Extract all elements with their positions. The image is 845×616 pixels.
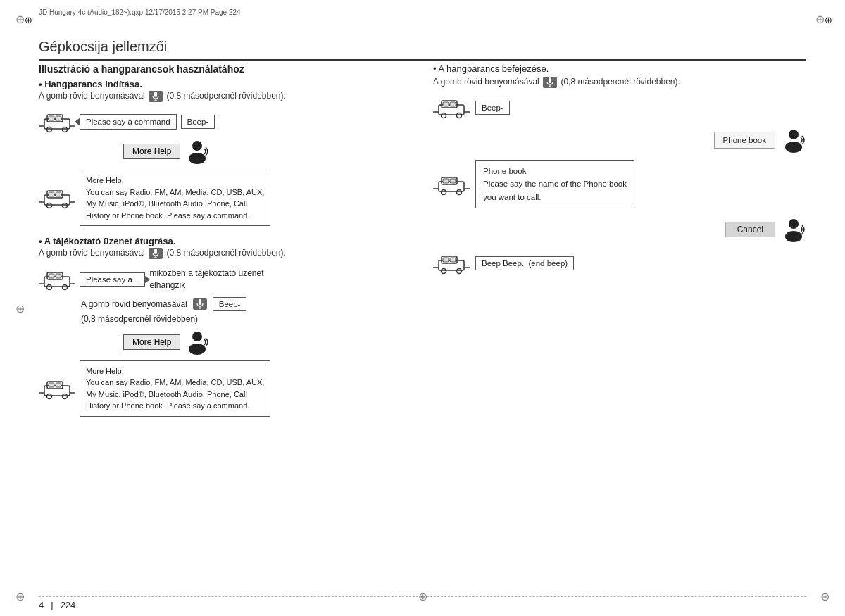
svg-point-51 xyxy=(457,113,462,118)
svg-rect-0 xyxy=(154,92,157,97)
more-help-row-2: More Help xyxy=(123,329,412,355)
phonebook-line1: Phone book xyxy=(483,165,627,177)
svg-rect-30 xyxy=(49,274,54,278)
svg-rect-45 xyxy=(549,77,551,83)
phone-book-label-bubble: Phone book xyxy=(714,132,775,149)
section2-sub: A gomb rövid benyomásával (0,8 másodperc… xyxy=(39,248,412,259)
svg-point-71 xyxy=(457,269,462,274)
press-row: A gomb rövid benyomásával Beep- xyxy=(81,297,412,311)
footer-divider: | xyxy=(51,600,53,610)
cancel-button-display: Cancel xyxy=(725,222,775,237)
svg-rect-9 xyxy=(49,116,54,120)
person-icon-r2 xyxy=(781,217,806,242)
person-icon-r1 xyxy=(781,127,806,153)
svg-rect-74 xyxy=(443,258,449,262)
left-column: Illusztráció a hangparancsok használatáh… xyxy=(39,63,412,584)
svg-point-35 xyxy=(192,332,202,341)
crosshair-bottom-center: ⊕ xyxy=(418,590,427,603)
svg-rect-32 xyxy=(199,299,201,305)
phonebook-label-row: Phone book xyxy=(433,127,806,153)
svg-point-61 xyxy=(457,189,462,194)
page-title-bar: Gépkocsija jellemzői xyxy=(39,39,806,61)
car-icon-2 xyxy=(39,187,75,209)
svg-point-36 xyxy=(189,344,206,355)
svg-point-5 xyxy=(47,127,52,132)
car-icon-r1 xyxy=(433,96,470,119)
svg-point-57 xyxy=(785,142,802,153)
section2-row1: Please say a... miközben a tájékoztató ü… xyxy=(39,268,412,291)
phonebook-line3: you want to call. xyxy=(483,191,627,203)
right-column: • A hangparancs befejezése. A gomb rövid… xyxy=(433,63,806,584)
person-icon-1 xyxy=(184,139,210,164)
svg-point-40 xyxy=(63,394,68,398)
svg-rect-10 xyxy=(56,116,61,120)
svg-point-26 xyxy=(47,284,52,289)
svg-rect-44 xyxy=(56,383,61,387)
phonebook-line2: Please say the name of the Phone book xyxy=(483,177,627,190)
more-help-button-2[interactable]: More Help xyxy=(123,334,180,350)
footer-page2: 224 xyxy=(61,600,76,610)
svg-rect-31 xyxy=(56,274,61,278)
svg-rect-20 xyxy=(56,192,61,196)
help-textbox-1: More Help. You can say Radio, FM, AM, Me… xyxy=(80,170,270,226)
mic-icon-3 xyxy=(193,298,207,310)
section1-help-row: More Help. You can say Radio, FM, AM, Me… xyxy=(39,170,412,226)
please-say-bubble-2: Please say a... xyxy=(80,272,145,287)
mic-icon-right xyxy=(543,77,557,88)
side-text-2: miközben a tájékoztató üzenetelhangzik xyxy=(149,268,263,291)
svg-point-27 xyxy=(63,284,68,289)
svg-point-56 xyxy=(789,130,799,139)
svg-rect-21 xyxy=(154,249,157,254)
footer-page1: 4 xyxy=(39,600,44,610)
please-say-bubble-1: Please say a command xyxy=(80,114,177,130)
car-icon-r3 xyxy=(433,252,470,275)
cancel-row: Cancel xyxy=(433,217,806,242)
right-row2: Phone book Please say the name of the Ph… xyxy=(433,160,806,208)
press-text: A gomb rövid benyomásával xyxy=(81,299,187,309)
svg-rect-54 xyxy=(443,102,449,106)
svg-rect-75 xyxy=(450,258,456,262)
crosshair-top-left: ⊕ xyxy=(15,13,30,27)
help-textbox-2: More Help. You can say Radio, FM, AM, Me… xyxy=(80,360,270,417)
svg-point-6 xyxy=(63,127,68,132)
car-icon-4 xyxy=(39,377,75,400)
crosshair-bottom-left: ⊕ xyxy=(15,590,25,603)
svg-point-67 xyxy=(785,231,802,242)
section1-sub: A gomb rövid benyomásával (0,8 másodperc… xyxy=(39,91,412,102)
phonebook-info-box: Phone book Please say the name of the Ph… xyxy=(475,160,634,208)
beep-bubble-r1: Beep- xyxy=(475,101,510,115)
svg-rect-19 xyxy=(49,192,54,196)
svg-point-50 xyxy=(442,113,446,118)
section2-help-row: More Help. You can say Radio, FM, AM, Me… xyxy=(39,360,412,417)
right-bullet: • A hangparancs befejezése. xyxy=(433,63,806,74)
svg-rect-43 xyxy=(49,383,54,387)
section2: • A tájékoztató üzenet átugrása. A gomb … xyxy=(39,236,412,417)
more-help-button-1[interactable]: More Help xyxy=(123,144,180,159)
svg-point-60 xyxy=(442,189,446,194)
svg-rect-55 xyxy=(450,102,456,106)
section2-bullet: • A tájékoztató üzenet átugrása. xyxy=(39,236,412,246)
svg-point-70 xyxy=(442,269,446,274)
right-row3: Beep Beep.. (end beep) xyxy=(433,252,806,275)
car-icon-r2 xyxy=(433,173,470,196)
beep-end-bubble: Beep Beep.. (end beep) xyxy=(475,256,574,270)
svg-point-15 xyxy=(47,203,52,208)
crosshair-bottom-right: ⊕ xyxy=(820,590,830,603)
section1-row1: Please say a command Beep- xyxy=(39,111,412,133)
svg-rect-65 xyxy=(450,179,456,183)
mic-icon-1 xyxy=(149,91,163,102)
beep-bubble-2: Beep- xyxy=(213,297,247,311)
mic-icon-2 xyxy=(149,248,163,259)
car-icon-3 xyxy=(39,268,75,291)
header-bar: JD Hungary 4c (Audio_182~).qxp 12/17/201… xyxy=(39,8,806,16)
more-help-row-1: More Help xyxy=(123,139,412,164)
main-content: Illusztráció a hangparancsok használatáh… xyxy=(39,63,806,584)
section1-bullet: • Hangparancs indítása. xyxy=(39,79,412,89)
header-text: JD Hungary 4c (Audio_182~).qxp 12/17/201… xyxy=(39,8,241,16)
svg-point-16 xyxy=(63,203,68,208)
person-icon-2 xyxy=(184,329,210,355)
svg-point-11 xyxy=(192,141,202,151)
svg-point-39 xyxy=(47,394,52,398)
svg-point-12 xyxy=(189,153,206,164)
beep-bubble-1: Beep- xyxy=(181,115,215,129)
